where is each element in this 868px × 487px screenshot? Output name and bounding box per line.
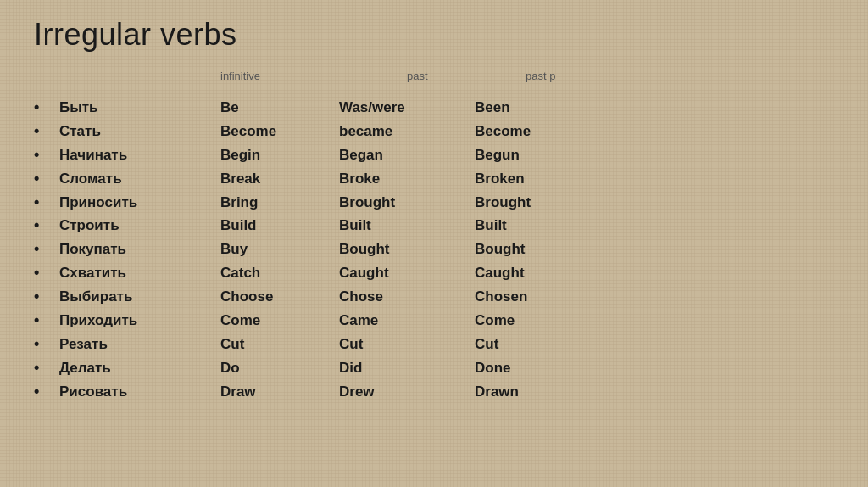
bullet-icon: • (34, 261, 59, 285)
bullet-icon: • (34, 214, 59, 238)
past-word: Drew (339, 381, 475, 403)
past-word: Did (339, 357, 475, 379)
bullet-icon: • (34, 96, 59, 120)
infinitive-word: Be (220, 97, 339, 119)
past-participle-word: Brought (475, 192, 593, 214)
russian-word: Выбирать (59, 286, 220, 308)
past-participle-word: Done (475, 357, 593, 379)
past-participle-word: Built (475, 215, 593, 237)
table-row: • Резать Cut Cut Cut (34, 333, 843, 356)
russian-word: Стать (59, 120, 220, 143)
table-row: • Выбирать Choose Chose Chosen (34, 285, 843, 309)
table-row: • Строить Build Built Built (34, 214, 843, 238)
russian-word: Приносить (59, 192, 220, 214)
table-row: • Начинать Begin Began Begun (34, 143, 843, 167)
table-row: • Быть Be Was/were Been (34, 96, 843, 120)
infinitive-word: Cut (220, 333, 339, 355)
russian-word: Быть (59, 97, 220, 119)
verb-rows: • Быть Be Was/were Been • Стать Become b… (34, 96, 843, 404)
past-word: Was/were (339, 97, 475, 119)
table-row: • Покупать Buy Bought Bought (34, 238, 843, 261)
past-word: Broke (339, 168, 475, 190)
table-row: • Схватить Catch Caught Caught (34, 261, 843, 285)
header-past: past (407, 70, 526, 82)
infinitive-word: Break (220, 168, 339, 190)
table-row: • Приходить Come Came Come (34, 309, 843, 333)
past-word: Began (339, 144, 475, 166)
past-participle-word: Bought (475, 238, 593, 260)
past-participle-word: Drawn (475, 381, 593, 403)
russian-word: Резать (59, 333, 220, 355)
infinitive-word: Buy (220, 238, 339, 260)
bullet-icon: • (34, 238, 59, 261)
past-participle-word: Come (475, 310, 593, 332)
infinitive-word: Build (220, 215, 339, 237)
bullet-icon: • (34, 380, 59, 404)
table-row: • Стать Become became Become (34, 120, 843, 143)
past-word: became (339, 120, 475, 143)
past-word: Built (339, 215, 475, 237)
past-word: Brought (339, 192, 475, 214)
bullet-icon: • (34, 333, 59, 356)
bullet-icon: • (34, 285, 59, 309)
bullet-icon: • (34, 191, 59, 215)
past-participle-word: Broken (475, 168, 593, 190)
page-title: Irregular verbs (34, 17, 843, 53)
russian-word: Делать (59, 357, 220, 379)
infinitive-word: Choose (220, 286, 339, 308)
infinitive-word: Come (220, 310, 339, 332)
verb-table: infinitive past past p • Быть Be Was/wer… (34, 70, 843, 404)
russian-word: Начинать (59, 144, 220, 166)
infinitive-word: Do (220, 357, 339, 379)
table-row: • Приносить Bring Brought Brought (34, 191, 843, 215)
infinitive-word: Become (220, 120, 339, 143)
header-past-p: past p (526, 70, 661, 82)
table-row: • Делать Do Did Done (34, 356, 843, 380)
past-participle-word: Cut (475, 333, 593, 355)
table-row: • Рисовать Draw Drew Drawn (34, 380, 843, 404)
past-participle-word: Begun (475, 144, 593, 166)
past-word: Came (339, 310, 475, 332)
past-participle-word: Chosen (475, 286, 593, 308)
bullet-icon: • (34, 120, 59, 143)
past-participle-word: Become (475, 120, 593, 143)
past-participle-word: Caught (475, 262, 593, 284)
past-word: Bought (339, 238, 475, 260)
russian-word: Рисовать (59, 381, 220, 403)
russian-word: Покупать (59, 238, 220, 260)
header-infinitive: infinitive (220, 70, 407, 82)
infinitive-word: Bring (220, 192, 339, 214)
russian-word: Схватить (59, 262, 220, 284)
russian-word: Сломать (59, 168, 220, 190)
past-word: Chose (339, 286, 475, 308)
bullet-icon: • (34, 143, 59, 167)
infinitive-word: Catch (220, 262, 339, 284)
infinitive-word: Draw (220, 381, 339, 403)
bullet-icon: • (34, 167, 59, 191)
table-row: • Сломать Break Broke Broken (34, 167, 843, 191)
infinitive-word: Begin (220, 144, 339, 166)
bullet-icon: • (34, 309, 59, 333)
past-word: Cut (339, 333, 475, 355)
past-participle-word: Been (475, 97, 593, 119)
table-header: infinitive past past p (220, 70, 843, 82)
bullet-icon: • (34, 356, 59, 380)
past-word: Caught (339, 262, 475, 284)
russian-word: Строить (59, 215, 220, 237)
russian-word: Приходить (59, 310, 220, 332)
page: Irregular verbs infinitive past past p •… (0, 0, 868, 487)
